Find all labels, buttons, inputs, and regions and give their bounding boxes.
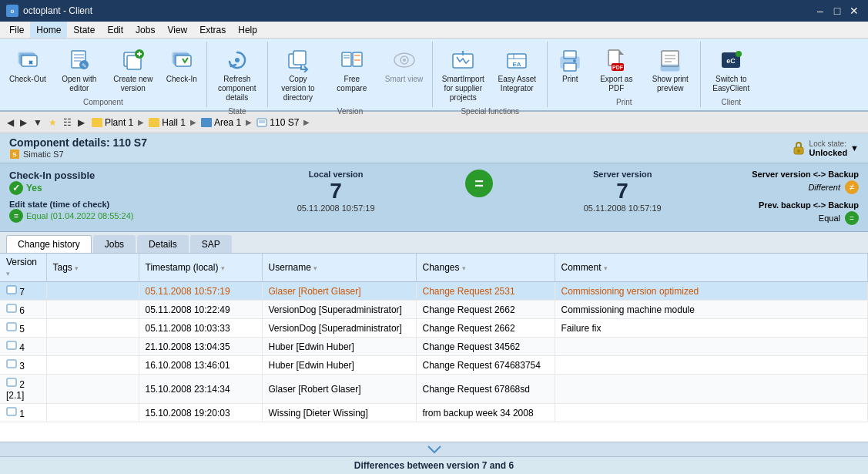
prev-backup-status: Equal	[819, 213, 840, 223]
export-pdf-button[interactable]: PDF Export as PDF	[589, 45, 643, 96]
table-container: Version ▾ Tags ▾ Timestamp (local) ▾ Use…	[0, 254, 868, 442]
table-row[interactable]: 2 [2.1] 15.10.2008 23:14:34 Glaser [Robe…	[0, 375, 868, 404]
cell-username: Huber [Edwin Huber]	[262, 338, 416, 356]
edit-state-value: Equal (01.04.2022 08:55:24)	[26, 211, 133, 220]
folder-plant-icon	[92, 118, 102, 127]
refresh-icon	[225, 48, 250, 72]
col-timestamp[interactable]: Timestamp (local) ▾	[139, 254, 262, 282]
tab-details[interactable]: Details	[137, 235, 189, 253]
cell-comment	[555, 375, 868, 404]
component-subtitle-text: Simatic S7	[23, 150, 64, 159]
menu-home[interactable]: Home	[30, 22, 67, 38]
cell-timestamp: 05.11.2008 10:57:19	[139, 282, 262, 301]
col-comment[interactable]: Comment ▾	[555, 254, 868, 282]
menu-extras[interactable]: Extras	[193, 22, 232, 38]
table-body: 7 05.11.2008 10:57:19 Glaser [Robert Gla…	[0, 282, 868, 422]
breadcrumb-plant[interactable]: Plant 1	[89, 116, 136, 129]
col-timestamp-sort: ▾	[221, 264, 225, 272]
checkin-yes-icon: ✓	[9, 181, 23, 195]
table-row[interactable]: 6 05.11.2008 10:22:49 VersionDog [Supera…	[0, 301, 868, 319]
minimize-button[interactable]: –	[813, 3, 828, 18]
tab-bar: Change history Jobs Details SAP	[0, 232, 868, 254]
free-compare-label: Free compare	[331, 75, 373, 93]
table-row[interactable]: 3 16.10.2008 13:46:01 Huber [Edwin Huber…	[0, 356, 868, 375]
col-tags[interactable]: Tags ▾	[46, 254, 139, 282]
tab-change-history[interactable]: Change history	[6, 235, 92, 253]
breadcrumb-hall[interactable]: Hall 1	[146, 116, 189, 129]
svg-point-54	[736, 51, 742, 57]
ribbon-group-version: Copy version to directory Free compare S…	[268, 42, 433, 107]
menu-file[interactable]: File	[3, 22, 30, 38]
breadcrumb-down[interactable]: ▼	[31, 116, 45, 129]
smartimport-button[interactable]: SmartImport for supplier projects	[436, 45, 490, 106]
breadcrumb-back[interactable]: ◀	[5, 116, 16, 129]
cell-tags	[46, 282, 139, 301]
col-changes-label: Changes	[423, 262, 460, 273]
local-version-date: 05.11.2008 10:57:19	[297, 203, 375, 213]
smart-view-button[interactable]: Smart view	[379, 45, 429, 87]
create-version-button[interactable]: Create new version	[106, 45, 160, 96]
ribbon-group-component-items: Check-Out ✎ Open with editor Create new …	[3, 42, 203, 96]
maximize-button[interactable]: □	[829, 3, 845, 18]
print-button[interactable]: Print	[551, 45, 589, 87]
edit-state-area: Edit state (time of check) = Equal (01.0…	[9, 200, 219, 223]
cell-version: 6	[0, 301, 46, 319]
app-logo: o	[6, 5, 18, 17]
checkin-button[interactable]: Check-In	[160, 45, 203, 87]
lock-icon	[791, 140, 806, 156]
breadcrumb-star[interactable]: ★	[46, 116, 59, 129]
scroll-down[interactable]	[0, 442, 868, 456]
ribbon-group-version-items: Copy version to directory Free compare S…	[271, 42, 429, 106]
breadcrumb-list[interactable]: ☷	[61, 116, 74, 129]
table-row[interactable]: 4 21.10.2008 13:04:35 Huber [Edwin Huber…	[0, 338, 868, 356]
bottom-text: Differences between version 7 and 6	[354, 460, 514, 471]
server-backup-status: Different	[808, 183, 840, 192]
edit-state-label: Edit state (time of check)	[9, 200, 219, 209]
breadcrumb-component[interactable]: 110 S7	[253, 116, 302, 129]
server-version-number: 7	[616, 179, 628, 203]
copy-version-button[interactable]: Copy version to directory	[271, 45, 325, 106]
table-row[interactable]: 1 15.10.2008 19:20:03 Wissing [Dieter Wi…	[0, 404, 868, 422]
tab-jobs[interactable]: Jobs	[93, 235, 136, 253]
tab-sap[interactable]: SAP	[190, 235, 232, 253]
menubar: File Home State Edit Jobs View Extras He…	[0, 22, 868, 39]
cell-timestamp: 05.11.2008 10:03:33	[139, 319, 262, 338]
menu-jobs[interactable]: Jobs	[129, 22, 161, 38]
checkout-label: Check-Out	[9, 75, 46, 84]
breadcrumb-arrow-1: ▶	[138, 118, 144, 126]
table-row[interactable]: 5 05.11.2008 10:03:33 VersionDog [Supera…	[0, 319, 868, 338]
col-version-sort: ▾	[6, 270, 10, 277]
svg-rect-41	[564, 63, 576, 71]
menu-help[interactable]: Help	[232, 22, 263, 38]
checkout-button[interactable]: Check-Out	[3, 45, 52, 87]
col-username[interactable]: Username ▾	[262, 254, 416, 282]
menu-state[interactable]: State	[67, 22, 101, 38]
lock-dropdown-arrow[interactable]: ▼	[850, 143, 859, 153]
cell-version: 2 [2.1]	[0, 375, 46, 404]
open-editor-button[interactable]: ✎ Open with editor	[52, 45, 106, 96]
col-changes[interactable]: Changes ▾	[416, 254, 555, 282]
breadcrumb-forward[interactable]: ▶	[18, 116, 29, 129]
table-row[interactable]: 7 05.11.2008 10:57:19 Glaser [Robert Gla…	[0, 282, 868, 301]
cell-version: 7	[0, 282, 46, 301]
close-button[interactable]: ✕	[846, 3, 862, 18]
breadcrumb-bar: ◀ ▶ ▼ ★ ☷ ▶ Plant 1 ▶ Hall 1 ▶ Area 1 ▶ …	[0, 112, 868, 133]
cell-comment	[555, 404, 868, 422]
print-preview-button[interactable]: Show print preview	[643, 45, 697, 96]
col-comment-label: Comment	[561, 262, 602, 273]
breadcrumb-right[interactable]: ▶	[75, 116, 87, 129]
free-compare-button[interactable]: Free compare	[325, 45, 379, 96]
switch-easyclient-button[interactable]: eC Switch to EasyClient	[704, 45, 758, 96]
refresh-button[interactable]: Refresh component details	[210, 45, 264, 106]
ribbon-group-client: eC Switch to EasyClient Client	[701, 42, 761, 107]
easy-asset-button[interactable]: EA Easy Asset Integrator	[490, 45, 544, 96]
menu-edit[interactable]: Edit	[101, 22, 129, 38]
create-version-label: Create new version	[112, 75, 154, 93]
col-version[interactable]: Version ▾	[0, 254, 46, 282]
breadcrumb-area[interactable]: Area 1	[198, 116, 244, 129]
svg-rect-33	[453, 54, 473, 68]
ribbon-group-client-label: Client	[718, 96, 744, 108]
ribbon-group-print-label: Print	[613, 96, 635, 108]
svg-text:✎: ✎	[81, 62, 86, 69]
menu-view[interactable]: View	[161, 22, 193, 38]
